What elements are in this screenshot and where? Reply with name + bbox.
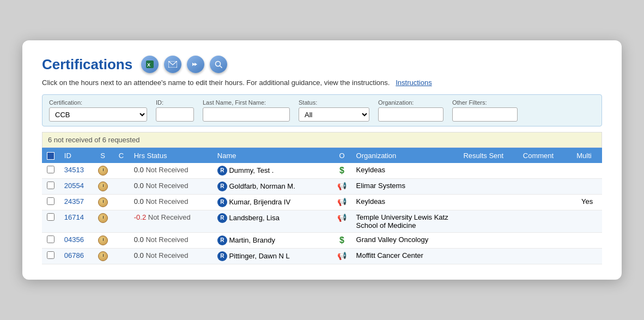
- cell-id: 34513: [60, 163, 93, 179]
- search-button[interactable]: [210, 56, 227, 73]
- header-o: O: [332, 148, 352, 163]
- row-checkbox[interactable]: [47, 213, 54, 221]
- status-label: Status:: [299, 99, 369, 106]
- header-results-sent: Results Sent: [459, 148, 518, 163]
- cell-hrs-status[interactable]: 0.0 Not Received: [130, 248, 213, 264]
- cell-hrs-status[interactable]: 0.0 Not Received: [130, 232, 213, 248]
- header-hrs-status: Hrs Status: [130, 148, 213, 163]
- cell-s[interactable]: [93, 163, 113, 179]
- cell-o: 📢: [332, 248, 352, 264]
- cell-organization: Grand Valley Oncology: [352, 232, 459, 248]
- back-button[interactable]: [187, 56, 204, 73]
- r-badge: R: [217, 166, 227, 176]
- cell-o: $: [332, 163, 352, 179]
- certification-label: Certification:: [49, 99, 147, 106]
- clock-icon[interactable]: [98, 197, 108, 207]
- dollar-icon: $: [339, 166, 344, 175]
- header-row: Certifications X: [42, 56, 602, 73]
- cell-hrs-status[interactable]: -0.2 Not Received: [130, 210, 213, 232]
- instructions-bar: Click on the hours next to an attendee's…: [42, 79, 602, 87]
- org-input[interactable]: [378, 107, 443, 122]
- row-checkbox[interactable]: [47, 197, 54, 205]
- cell-c: [113, 163, 130, 179]
- name-input[interactable]: [203, 107, 290, 122]
- cell-comment: [519, 178, 572, 194]
- excel-button[interactable]: X: [141, 56, 159, 73]
- clock-icon[interactable]: [98, 213, 108, 223]
- select-all-checkbox[interactable]: [47, 152, 54, 160]
- header-checkbox-col: [42, 148, 60, 163]
- email-icon: [168, 61, 177, 68]
- attendee-name: Dummy, Test .: [229, 166, 274, 174]
- row-checkbox[interactable]: [47, 236, 54, 243]
- cell-organization: Elimar Systems: [352, 178, 459, 194]
- megaphone-green-icon: 📢: [337, 251, 347, 260]
- cell-o: 📢: [332, 210, 352, 232]
- instructions-static-text: Click on the hours next to an attendee's…: [42, 79, 390, 87]
- cell-comment: [519, 163, 572, 179]
- table-row: 345130.0 Not ReceivedR Dummy, Test .$Key…: [42, 163, 602, 179]
- cell-s[interactable]: [93, 194, 113, 210]
- cell-name: R Kumar, Brijendra IV: [213, 194, 332, 210]
- cell-hrs-status[interactable]: 0.0 Not Received: [130, 178, 213, 194]
- cell-s[interactable]: [93, 248, 113, 264]
- cell-id: 24357: [60, 194, 93, 210]
- cell-organization: Keyldeas: [352, 194, 459, 210]
- instructions-link[interactable]: Instructions: [396, 79, 432, 87]
- hrs-status-text: Not Received: [145, 166, 188, 174]
- cell-organization: Moffitt Cancer Center: [352, 248, 459, 264]
- megaphone-red-icon: 📢: [337, 182, 347, 190]
- svg-line-4: [220, 65, 222, 68]
- other-label: Other Filters:: [452, 99, 518, 106]
- org-filter-group: Organization:: [378, 99, 443, 122]
- cell-multi: [572, 232, 602, 248]
- hrs-value: 0.0: [134, 251, 144, 259]
- cell-o: 📢: [332, 194, 352, 210]
- cell-hrs-status[interactable]: 0.0 Not Received: [130, 163, 213, 179]
- id-filter-group: ID:: [156, 99, 194, 122]
- row-checkbox[interactable]: [47, 182, 54, 189]
- status-filter-group: Status: All Received Not Received Pendin…: [299, 99, 369, 122]
- cell-name: R Goldfarb, Norman M.: [213, 178, 332, 194]
- table-row: 243570.0 Not ReceivedR Kumar, Brijendra …: [42, 194, 602, 210]
- cell-s[interactable]: [93, 232, 113, 248]
- clock-icon[interactable]: [98, 182, 108, 191]
- r-badge: R: [217, 251, 227, 261]
- header-c: C: [113, 148, 130, 163]
- other-input[interactable]: [452, 107, 518, 122]
- row-checkbox[interactable]: [47, 166, 54, 173]
- cell-results-sent: [459, 163, 518, 179]
- megaphone-green-icon: 📢: [337, 213, 347, 222]
- excel-icon: X: [145, 60, 154, 69]
- status-select[interactable]: All Received Not Received Pending: [299, 107, 369, 122]
- r-badge: R: [217, 182, 227, 191]
- clock-icon[interactable]: [98, 166, 108, 176]
- cell-id: 04356: [60, 232, 93, 248]
- clock-icon[interactable]: [98, 236, 108, 245]
- dollar-icon: $: [339, 236, 344, 245]
- cell-hrs-status[interactable]: 0.0 Not Received: [130, 194, 213, 210]
- hrs-status-text: Not Received: [145, 236, 188, 244]
- id-input[interactable]: [156, 107, 194, 122]
- hrs-value: 0.0: [134, 197, 144, 206]
- svg-text:X: X: [147, 62, 150, 68]
- cell-comment: [519, 232, 572, 248]
- cell-s[interactable]: [93, 210, 113, 232]
- page-title: Certifications: [42, 56, 132, 73]
- cell-o: $: [332, 232, 352, 248]
- table-row: 16714-0.2 Not ReceivedR Landsberg, Lisa📢…: [42, 210, 602, 232]
- certifications-table: ID S C Hrs Status Name O Organization Re…: [42, 148, 602, 264]
- cell-name: R Pittinger, Dawn N L: [213, 248, 332, 264]
- email-button[interactable]: [164, 56, 181, 73]
- cell-s[interactable]: [93, 178, 113, 194]
- header-name: Name: [213, 148, 332, 163]
- certification-select[interactable]: CCB: [49, 107, 147, 122]
- cell-name: R Dummy, Test .: [213, 163, 332, 179]
- cell-comment: [519, 210, 572, 232]
- clock-icon[interactable]: [98, 251, 108, 261]
- table-header-row: ID S C Hrs Status Name O Organization Re…: [42, 148, 602, 163]
- row-checkbox[interactable]: [47, 251, 54, 259]
- cell-c: [113, 210, 130, 232]
- cell-c: [113, 194, 130, 210]
- cell-multi: [572, 248, 602, 264]
